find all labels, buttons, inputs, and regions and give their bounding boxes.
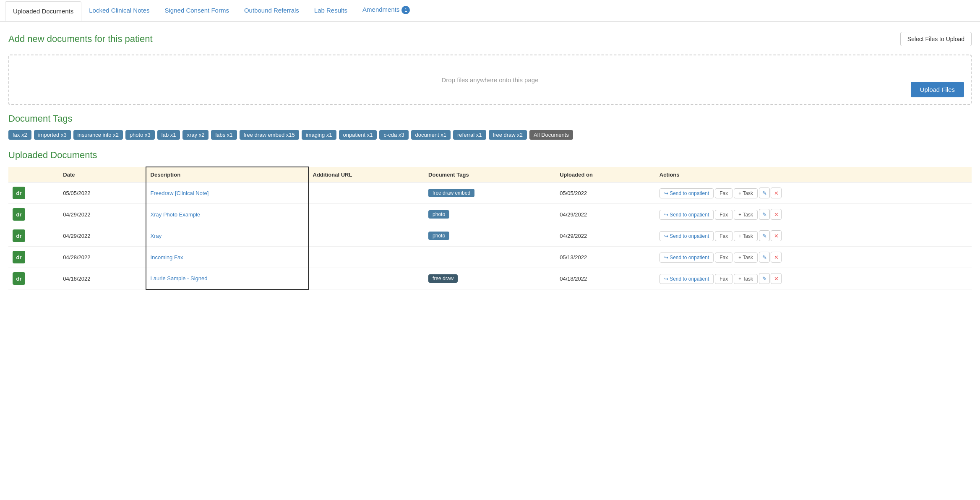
tag-pill-labs[interactable]: labs x1 — [211, 130, 237, 140]
tab-amendments[interactable]: Amendments1 — [355, 0, 417, 21]
tag-pill-all-documents[interactable]: All Documents — [529, 130, 573, 140]
task-button[interactable]: + Task — [734, 188, 758, 198]
task-button[interactable]: + Task — [734, 274, 758, 284]
edit-button[interactable]: ✎ — [759, 230, 770, 241]
col-icon — [8, 167, 59, 182]
cell-date: 04/29/2022 — [59, 204, 146, 225]
send-to-onpatient-button[interactable]: ↪ Send to onpatient — [659, 274, 714, 284]
doc-tag-badge[interactable]: free draw — [428, 274, 458, 283]
col-description: Description — [146, 167, 308, 182]
delete-button[interactable]: ✕ — [771, 230, 782, 241]
table-row: dr04/29/2022Xray Photo Examplephoto04/29… — [8, 204, 972, 225]
cell-actions: ↪ Send to onpatientFax+ Task✎✕ — [655, 182, 972, 204]
tag-pill-free-draw-embed[interactable]: free draw embed x15 — [240, 130, 299, 140]
dr-icon: dr — [13, 229, 25, 242]
dr-icon: dr — [13, 251, 25, 263]
cell-actions: ↪ Send to onpatientFax+ Task✎✕ — [655, 225, 972, 247]
cell-uploaded-on: 04/29/2022 — [555, 225, 655, 247]
task-button[interactable]: + Task — [734, 231, 758, 241]
header-row: Add new documents for this patient Selec… — [8, 32, 972, 46]
col-uploaded-on: Uploaded on — [555, 167, 655, 182]
cell-uploaded-on: 04/29/2022 — [555, 204, 655, 225]
cell-uploaded-on: 05/13/2022 — [555, 247, 655, 268]
doc-tag-badge[interactable]: free draw embed — [428, 189, 474, 197]
tag-pill-imaging[interactable]: imaging x1 — [302, 130, 336, 140]
tab-locked-clinical-notes[interactable]: Locked Clinical Notes — [81, 1, 157, 21]
edit-button[interactable]: ✎ — [759, 273, 770, 284]
send-to-onpatient-button[interactable]: ↪ Send to onpatient — [659, 188, 714, 198]
col-date: Date — [59, 167, 146, 182]
tag-pill-photo[interactable]: photo x3 — [125, 130, 155, 140]
table-header: Date Description Additional URL Document… — [8, 167, 972, 182]
cell-doc-tag: photo — [424, 225, 555, 247]
dr-icon: dr — [13, 272, 25, 285]
dr-icon: dr — [13, 187, 25, 199]
fax-button[interactable]: Fax — [715, 253, 732, 263]
delete-button[interactable]: ✕ — [771, 209, 782, 220]
description-link[interactable]: Incoming Fax — [151, 254, 183, 260]
tag-pill-lab[interactable]: lab x1 — [157, 130, 180, 140]
doc-tag-badge[interactable]: photo — [428, 210, 449, 219]
fax-button[interactable]: Fax — [715, 231, 732, 241]
cell-date: 05/05/2022 — [59, 182, 146, 204]
col-document-tags: Document Tags — [424, 167, 555, 182]
tag-pill-insurance-info[interactable]: insurance info x2 — [73, 130, 123, 140]
cell-additional-url — [308, 182, 425, 204]
tag-pill-document[interactable]: document x1 — [411, 130, 451, 140]
cell-date: 04/29/2022 — [59, 225, 146, 247]
cell-doc-tag: free draw embed — [424, 182, 555, 204]
tab-uploaded-documents[interactable]: Uploaded Documents — [5, 1, 81, 21]
send-to-onpatient-button[interactable]: ↪ Send to onpatient — [659, 210, 714, 220]
cell-actions: ↪ Send to onpatientFax+ Task✎✕ — [655, 204, 972, 225]
tag-pill-c-cda[interactable]: c-cda x3 — [379, 130, 408, 140]
cell-additional-url — [308, 247, 425, 268]
cell-doc-tag: free draw — [424, 268, 555, 289]
fax-button[interactable]: Fax — [715, 210, 732, 220]
upload-files-button[interactable]: Upload Files — [911, 82, 964, 97]
select-files-button[interactable]: Select Files to Upload — [900, 32, 972, 46]
add-docs-heading: Add new documents for this patient — [8, 34, 153, 44]
tag-pill-xray[interactable]: xray x2 — [182, 130, 209, 140]
tag-pill-free-draw[interactable]: free draw x2 — [489, 130, 527, 140]
tags-container: fax x2imported x3insurance info x2photo … — [8, 130, 972, 140]
cell-doc-tag: photo — [424, 204, 555, 225]
cell-icon: dr — [8, 182, 59, 204]
tag-pill-fax[interactable]: fax x2 — [8, 130, 31, 140]
cell-doc-tag — [424, 247, 555, 268]
tag-pill-imported[interactable]: imported x3 — [34, 130, 71, 140]
edit-button[interactable]: ✎ — [759, 188, 770, 198]
tag-pill-referral[interactable]: referral x1 — [453, 130, 486, 140]
doc-tag-badge[interactable]: photo — [428, 232, 449, 240]
cell-uploaded-on: 04/18/2022 — [555, 268, 655, 289]
edit-button[interactable]: ✎ — [759, 209, 770, 220]
tab-signed-consent-forms[interactable]: Signed Consent Forms — [157, 1, 237, 21]
description-link[interactable]: Freedraw [Clinical Note] — [151, 190, 209, 196]
delete-button[interactable]: ✕ — [771, 273, 782, 284]
fax-button[interactable]: Fax — [715, 188, 732, 198]
send-to-onpatient-button[interactable]: ↪ Send to onpatient — [659, 231, 714, 241]
cell-icon: dr — [8, 268, 59, 289]
col-additional-url: Additional URL — [308, 167, 425, 182]
table-row: dr04/28/2022Incoming Fax05/13/2022↪ Send… — [8, 247, 972, 268]
task-button[interactable]: + Task — [734, 210, 758, 220]
uploaded-documents-heading: Uploaded Documents — [8, 150, 972, 161]
fax-button[interactable]: Fax — [715, 274, 732, 284]
description-link[interactable]: Xray Photo Example — [151, 211, 201, 218]
send-to-onpatient-button[interactable]: ↪ Send to onpatient — [659, 253, 714, 263]
table-row: dr04/18/2022Laurie Sample - Signedfree d… — [8, 268, 972, 289]
delete-button[interactable]: ✕ — [771, 188, 782, 198]
description-link[interactable]: Laurie Sample - Signed — [151, 275, 208, 281]
tab-outbound-referrals[interactable]: Outbound Referrals — [237, 1, 307, 21]
cell-icon: dr — [8, 225, 59, 247]
cell-date: 04/18/2022 — [59, 268, 146, 289]
cell-additional-url — [308, 204, 425, 225]
description-link[interactable]: Xray — [151, 233, 162, 239]
drop-zone[interactable]: Drop files anywhere onto this page Uploa… — [8, 55, 972, 105]
edit-button[interactable]: ✎ — [759, 252, 770, 263]
cell-description: Incoming Fax — [146, 247, 308, 268]
task-button[interactable]: + Task — [734, 253, 758, 263]
cell-date: 04/28/2022 — [59, 247, 146, 268]
tab-lab-results[interactable]: Lab Results — [307, 1, 355, 21]
delete-button[interactable]: ✕ — [771, 252, 782, 263]
tag-pill-onpatient[interactable]: onpatient x1 — [339, 130, 377, 140]
